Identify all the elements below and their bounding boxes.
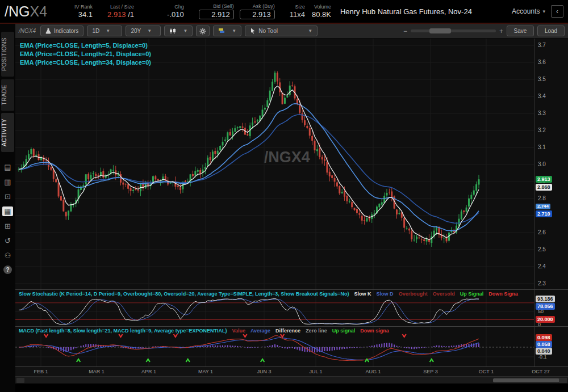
stoch-legend-slow-k: Slow K [354, 291, 371, 297]
instrument-description: Henry Hub Natural Gas Futures, Nov-24 [340, 7, 472, 16]
bid-field: Bid (Sell) 2.912 [199, 3, 234, 19]
cursor-icon [250, 28, 256, 34]
volume-field: Volume 80.8K [312, 4, 331, 19]
date-tick: OCT 1 [479, 369, 494, 374]
price-chart-canvas[interactable] [15, 39, 534, 289]
zoom-slider-thumb[interactable] [429, 28, 451, 33]
ema5-badge: 2.868 [536, 184, 552, 191]
stoch-legend-overbought: Overbought [399, 291, 428, 297]
study-labels: EMA (Price=CLOSE, Length=5, Displace=0) … [20, 41, 151, 67]
ask-label: Ask (Buy) [253, 3, 275, 10]
iv-rank-field: IV Rank 34.1 [74, 4, 93, 19]
macd-study-label: MACD (Fast length=8, Slow length=21, MAC… [19, 328, 227, 334]
zoom-in-button[interactable]: + [499, 27, 503, 35]
chevron-down-icon: ▼ [183, 28, 187, 33]
scroll-right-button[interactable] [559, 378, 567, 383]
drawing-set-icon [218, 28, 225, 34]
stochastic-panel[interactable]: Slow Stochastic (K Period=14, D Period=9… [15, 289, 568, 326]
ask-button[interactable]: 2.913 [240, 10, 275, 19]
price-tick: 2.5 [538, 246, 546, 252]
last-size-label: Last / Size [110, 4, 134, 10]
price-tick: 3.3 [538, 110, 546, 116]
stoch-legend-down-signa: Down Signa [488, 291, 518, 297]
last-size-field: Last / Size 2.913 /1 [107, 4, 134, 19]
price-tick: 2.3 [538, 280, 546, 286]
price-tick: 2.6 [538, 229, 546, 235]
scrollbar-thumb[interactable] [493, 378, 559, 382]
bottom-filler [15, 383, 568, 392]
slow-k-badge: 93.186 [536, 296, 555, 302]
volume-value: 80.8K [312, 10, 331, 19]
size-label: Size [295, 4, 305, 10]
volume-label: Volume [314, 4, 331, 10]
bid-button[interactable]: 2.912 [199, 10, 234, 19]
macd-panel[interactable]: MACD (Fast length=8, Slow length=21, MAC… [15, 326, 568, 366]
iv-rank-value: 34.1 [78, 10, 93, 19]
last-size-value: 2.913 /1 [107, 10, 134, 19]
indicators-button[interactable]: Indicators [40, 26, 83, 36]
bid-label: Bid (Sell) [213, 3, 234, 10]
size-field: Size 11x4 [290, 4, 305, 19]
price-tick: 3.7 [538, 42, 546, 48]
macd-value-badge: 0.098 [536, 334, 552, 341]
load-button[interactable]: Load [537, 26, 565, 36]
chevron-down-icon: ▼ [147, 28, 152, 33]
macd-legend-average: Average [250, 328, 270, 334]
stoch-legend-slow-d: Slow D [377, 291, 394, 297]
stoch-tick: 50 [538, 309, 544, 314]
price-tick: 3.6 [538, 59, 546, 65]
date-tick: MAY 1 [198, 369, 213, 374]
zoom-out-button[interactable]: − [403, 27, 407, 35]
scroll-left-button[interactable] [16, 378, 24, 383]
price-tick: 3.2 [538, 127, 546, 133]
monitor-icon[interactable]: ⊡ [2, 192, 13, 201]
history-icon[interactable]: ↺ [2, 236, 13, 246]
date-tick: JUL 1 [309, 369, 322, 374]
chg-label: Chg [174, 4, 184, 10]
chart-settings-button[interactable] [196, 26, 210, 36]
sidebar-tab-activity[interactable]: ACTIVITY [1, 113, 14, 152]
save-button[interactable]: Save [507, 26, 534, 36]
id-card-icon[interactable]: ▤ [2, 162, 13, 172]
collapse-panel-button[interactable]: ‹ [551, 5, 563, 18]
date-tick: APR 1 [141, 369, 156, 374]
drawing-tool-dropdown[interactable]: No Tool▼ [245, 26, 318, 36]
chart-icon[interactable]: ▦ [2, 206, 13, 216]
symbol-main: /NG [5, 3, 30, 19]
help-icon[interactable]: ? [3, 265, 12, 274]
horizontal-scrollbar[interactable] [15, 376, 568, 383]
sidebar-tab-positions[interactable]: POSITIONS [1, 32, 14, 77]
sidebar-tab-trade[interactable]: TRADE [1, 79, 14, 111]
symbol-title: /NGX4 [5, 3, 47, 20]
price-tick: 3.5 [538, 76, 546, 82]
chart-type-dropdown[interactable]: ▼ [164, 26, 193, 36]
price-chart-panel[interactable]: /NGX4 EMA (Price=CLOSE, Length=5, Displa… [15, 39, 568, 289]
accounts-menu[interactable]: Accounts ▾ [512, 7, 545, 15]
range-dropdown[interactable]: 20Y▼ [126, 26, 161, 36]
ema5-label: EMA (Price=CLOSE, Length=5, Displace=0) [20, 41, 151, 50]
date-tick: OCT 27 [532, 369, 549, 374]
toolbar-symbol: /NGX4 [19, 28, 36, 34]
iv-rank-label: IV Rank [74, 4, 93, 10]
chevron-down-icon: ▾ [542, 9, 545, 14]
top-quote-bar: /NGX4 IV Rank 34.1 Last / Size 2.913 /1 … [0, 0, 568, 23]
drawing-sets-dropdown[interactable]: ▼ [213, 26, 241, 36]
ask-field: Ask (Buy) 2.913 [240, 3, 275, 19]
ema34-badge: 2.710 [536, 210, 552, 217]
macd-tick: -0.1 [538, 354, 547, 360]
macd-legend-value: Value [232, 328, 245, 334]
size-value: 11x4 [290, 10, 305, 19]
macd-axis: 0.0980.0580.040-0.1 [534, 327, 568, 366]
list-icon[interactable]: ▥ [2, 177, 13, 187]
aggregation-dropdown[interactable]: 1D▼ [87, 26, 122, 36]
grid-icon[interactable]: ⊞ [2, 221, 13, 231]
macd-legend-difference: Difference [275, 328, 300, 334]
stochastic-study-label: Slow Stochastic (K Period=14, D Period=9… [19, 291, 349, 297]
chg-field: Chg -.010 [167, 4, 184, 19]
date-tick: MAR 1 [89, 369, 105, 374]
date-tick: FEB 1 [34, 369, 48, 374]
last-price-badge: 2.913 [536, 176, 552, 183]
people-icon[interactable]: ⚇ [2, 251, 13, 260]
date-tick: AUG 1 [365, 369, 381, 374]
zoom-slider[interactable] [411, 29, 496, 32]
